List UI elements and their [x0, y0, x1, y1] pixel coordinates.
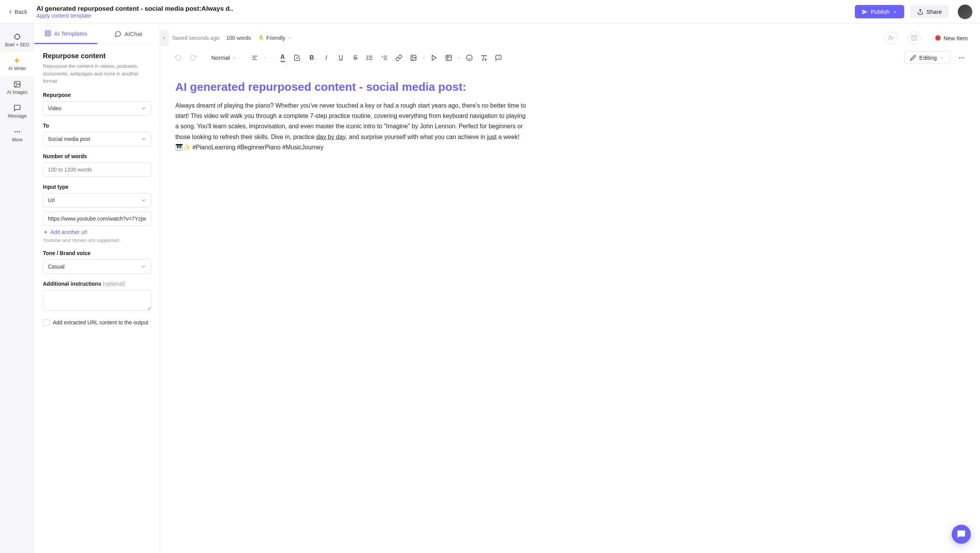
bold-button[interactable]: B: [305, 52, 318, 64]
image-button[interactable]: [407, 52, 420, 64]
avatar[interactable]: [958, 5, 972, 19]
emoji-icon: [466, 54, 473, 61]
redo-button[interactable]: [187, 52, 199, 64]
collapse-sidebar-button[interactable]: [160, 30, 169, 46]
comment-button[interactable]: [492, 52, 505, 64]
chevron-down-icon[interactable]: [263, 56, 267, 60]
chevron-down-icon[interactable]: [422, 56, 426, 60]
add-collaborator-button[interactable]: [885, 31, 898, 44]
play-icon: [431, 54, 438, 61]
underline-icon: U: [339, 54, 343, 61]
apply-template-link[interactable]: Apply content template: [36, 13, 854, 19]
additional-textarea[interactable]: [43, 290, 151, 311]
target-icon: [13, 33, 21, 41]
text-color-icon: A: [281, 54, 285, 62]
rail-more[interactable]: More: [0, 123, 34, 147]
bullet-list-button[interactable]: [364, 52, 376, 64]
underline-button[interactable]: U: [335, 52, 347, 64]
pencil-icon: [910, 55, 916, 61]
status-dot-icon: [935, 35, 941, 41]
to-select[interactable]: Social media post: [43, 132, 151, 146]
table-button[interactable]: [443, 52, 455, 64]
svg-marker-36: [432, 55, 436, 61]
chat-fab[interactable]: [952, 525, 971, 544]
rail-message[interactable]: Message: [0, 100, 34, 123]
strike-button[interactable]: S: [349, 52, 361, 64]
additional-label: Additional instructions (optional): [43, 281, 151, 287]
paragraph-style-select[interactable]: Normal: [208, 53, 240, 62]
svg-point-8: [15, 131, 16, 132]
rail-brief-seo[interactable]: Brief + SEO: [0, 28, 34, 52]
align-button[interactable]: [249, 52, 261, 64]
chevron-down-icon: [141, 198, 146, 203]
chevron-down-icon: [940, 56, 944, 60]
italic-button[interactable]: I: [320, 52, 332, 64]
tone-chip-label: Friendly: [266, 35, 286, 41]
tab-ai-templates[interactable]: AI Templates: [34, 24, 97, 44]
tab-ai-chat[interactable]: AIChat: [97, 24, 160, 44]
left-rail: Brief + SEO AI Writer AI Images Message …: [0, 24, 34, 553]
doc-heading: AI generated repurposed content - social…: [175, 79, 528, 94]
list-ol-icon: [381, 54, 388, 61]
image-icon: [410, 54, 417, 61]
editing-mode-label: Editing: [919, 54, 937, 61]
rail-ai-images[interactable]: AI Images: [0, 76, 34, 100]
bolt-icon: [13, 57, 21, 64]
rail-ai-writer[interactable]: AI Writer: [0, 52, 34, 76]
back-button[interactable]: Back: [8, 8, 27, 15]
rail-writer-label: AI Writer: [8, 66, 26, 71]
bold-icon: B: [310, 54, 314, 61]
send-icon: [862, 9, 868, 15]
words-input[interactable]: [43, 162, 151, 177]
highlight-icon: [294, 54, 301, 61]
back-label: Back: [15, 8, 27, 15]
user-plus-icon: [888, 35, 894, 41]
chevron-left-icon: [162, 36, 167, 40]
checkbox[interactable]: [43, 319, 50, 326]
tone-chip[interactable]: Friendly: [258, 35, 292, 41]
extract-url-checkbox-row[interactable]: Add extracted URL content to the output: [43, 319, 151, 326]
clear-format-button[interactable]: [478, 52, 490, 64]
word-count: 100 words: [226, 35, 251, 41]
svg-rect-11: [45, 31, 47, 33]
chevron-down-icon[interactable]: [457, 56, 461, 60]
message-icon: [13, 104, 21, 112]
tone-select[interactable]: Casual: [43, 259, 151, 274]
repurpose-select[interactable]: Video: [43, 101, 151, 116]
tab-chat-label: AIChat: [124, 31, 142, 37]
plus-icon: [43, 229, 48, 235]
align-left-icon: [252, 54, 258, 61]
share-button[interactable]: Share: [910, 5, 949, 18]
panel-tabs: AI Templates AIChat: [34, 24, 160, 44]
url-input[interactable]: [43, 211, 151, 226]
svg-point-7: [16, 83, 17, 84]
add-url-link[interactable]: Add another url: [43, 229, 151, 235]
svg-point-35: [412, 56, 413, 57]
video-button[interactable]: [428, 52, 440, 64]
dots-icon: [13, 128, 21, 136]
editing-mode-select[interactable]: Editing: [904, 51, 950, 64]
box-plus-icon: [911, 35, 917, 41]
tone-value: Casual: [48, 263, 65, 270]
highlight-button[interactable]: [291, 52, 303, 64]
text-color-button[interactable]: A: [276, 52, 289, 64]
chevron-down-icon: [141, 106, 146, 111]
number-list-button[interactable]: [378, 52, 390, 64]
repurpose-value: Video: [48, 105, 62, 111]
input-type-select[interactable]: Url: [43, 193, 151, 208]
svg-point-1: [15, 34, 20, 39]
new-item-status[interactable]: New Item: [935, 35, 968, 41]
svg-point-28: [367, 56, 368, 56]
add-url-label: Add another url: [51, 229, 87, 235]
svg-point-30: [367, 59, 368, 60]
document-body[interactable]: AI generated repurposed content - social…: [160, 72, 543, 160]
section-title: Repurpose content: [43, 52, 151, 60]
add-folder-button[interactable]: [908, 31, 921, 44]
link-button[interactable]: [393, 52, 405, 64]
undo-button[interactable]: [172, 52, 185, 64]
chevron-down-icon: [232, 56, 237, 60]
publish-button[interactable]: Publish: [855, 5, 904, 18]
rail-more-label: More: [12, 137, 22, 142]
more-toolbar-button[interactable]: [956, 52, 968, 64]
emoji-button[interactable]: [463, 52, 475, 64]
